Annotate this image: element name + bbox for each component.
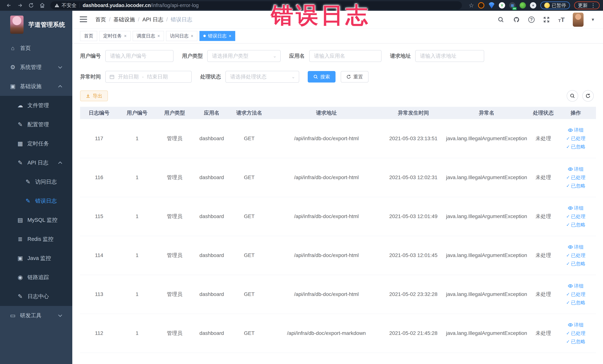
ext-puzzle-icon[interactable]: ★	[530, 2, 536, 9]
sidebar-item-home[interactable]: ⌂首页	[0, 39, 72, 58]
detail-link[interactable]: 详细	[568, 205, 583, 211]
method-cell: GET	[230, 275, 268, 314]
mark-processed-link[interactable]: ✓已处理	[566, 291, 585, 298]
browser-reload-icon[interactable]	[27, 1, 35, 10]
breadcrumb-infra[interactable]: 基础设施	[114, 16, 135, 23]
breadcrumb-api-log[interactable]: API 日志	[142, 16, 163, 23]
breadcrumb-home[interactable]: 首页	[95, 16, 106, 23]
exception-time-label: 异常时间	[80, 73, 101, 80]
user-avatar[interactable]	[573, 13, 583, 27]
detail-link[interactable]: 详细	[568, 127, 583, 133]
export-button[interactable]: 导出	[80, 91, 108, 101]
sidebar-item-java[interactable]: ▣Java 监控	[0, 249, 72, 268]
fullscreen-icon[interactable]	[543, 16, 550, 23]
profile-paused-pill[interactable]: 已暂停	[540, 1, 570, 9]
mark-ignored-link[interactable]: ✓已忽略	[566, 183, 585, 189]
sidebar-item-file[interactable]: ☁文件管理	[0, 96, 72, 115]
browser-home-icon[interactable]	[38, 1, 46, 10]
address-bar[interactable]: 不安全 dashboard.yudao.iocoder.cn/infra/log…	[50, 1, 462, 10]
tab-访问日志[interactable]: 访问日志×	[166, 31, 197, 41]
check-icon: ✓	[566, 175, 570, 180]
ext-orange-icon[interactable]	[478, 2, 484, 9]
sidebar-item-job[interactable]: ▦定时任务	[0, 134, 72, 153]
sidebar-collapse-icon[interactable]	[80, 16, 87, 23]
browser-forward-icon[interactable]	[16, 1, 24, 10]
sidebar-item-redis[interactable]: ≣Redis 监控	[0, 230, 72, 249]
user-id-input[interactable]	[105, 50, 174, 62]
sidebar-item-trace[interactable]: ◉链路追踪	[0, 268, 72, 287]
error-log-table: 日志编号用户编号用户类型应用名请求方法名请求地址异常发生时间异常名处理状态操作 …	[80, 107, 596, 353]
app-name-label: 应用名	[289, 52, 305, 59]
ext-leaf-icon[interactable]	[520, 2, 526, 9]
mark-processed-link[interactable]: ✓已处理	[566, 213, 585, 220]
sidebar-item-api-log[interactable]: ✎API 日志	[0, 153, 72, 172]
detail-link[interactable]: 详细	[568, 322, 583, 328]
mark-ignored-link[interactable]: ✓已忽略	[566, 222, 585, 228]
ext-grid-icon[interactable]: ▦on	[509, 2, 515, 9]
user-type-select[interactable]: 请选择用户类型 ⌄	[207, 50, 281, 62]
font-size-icon[interactable]: TT	[558, 16, 565, 23]
sidebar-item-dev-tools[interactable]: ▭研发工具	[0, 306, 72, 325]
reset-button[interactable]: 重置	[341, 71, 369, 82]
tab-首页[interactable]: 首页	[80, 31, 97, 41]
refresh-table-button[interactable]	[582, 90, 594, 102]
detail-link[interactable]: 详细	[568, 166, 583, 172]
app-name-input[interactable]	[309, 50, 382, 62]
sidebar-item-config[interactable]: ✎配置管理	[0, 115, 72, 134]
sidebar-item-system[interactable]: ⚙系统管理	[0, 58, 72, 77]
request-url-cell: /api/infra/db-doc/export-html	[268, 158, 385, 197]
mark-ignored-link[interactable]: ✓已忽略	[566, 260, 585, 267]
sidebar-item-mysql[interactable]: ▤MySQL 监控	[0, 211, 72, 230]
tags-view-bar: 首页定时任务×调度日志×访问日志×错误日志×	[72, 29, 603, 43]
exception-time-range-picker[interactable]: 开始日期 - 结束日期	[105, 71, 192, 83]
sidebar-item-log-center[interactable]: ✎日志中心	[0, 287, 72, 306]
not-secure-label[interactable]: 不安全	[61, 2, 77, 9]
tab-错误日志[interactable]: 错误日志×	[199, 31, 235, 41]
chrome-update-pill[interactable]: 更新 ⋮	[574, 1, 600, 9]
dashboard-icon: ⌂	[9, 45, 17, 52]
ext-blue-shield-icon[interactable]	[488, 2, 495, 9]
tab-close-icon[interactable]: ×	[191, 33, 193, 39]
help-icon[interactable]: ?	[528, 16, 534, 23]
tab-close-icon[interactable]: ×	[157, 33, 160, 39]
user-menu-caret-icon[interactable]: ▾	[592, 17, 594, 23]
mark-processed-link[interactable]: ✓已处理	[566, 174, 585, 181]
sidebar-item-infra[interactable]: ▣基础设施	[0, 77, 72, 96]
eye-icon	[568, 323, 573, 327]
header-search-icon[interactable]	[497, 16, 505, 23]
bookmark-star-icon[interactable]: ☆	[469, 2, 474, 9]
sidebar-item-label: 配置管理	[27, 121, 49, 128]
check-icon: ✓	[566, 261, 570, 266]
detail-link[interactable]: 详细	[568, 283, 583, 289]
tab-调度日志[interactable]: 调度日志×	[133, 31, 164, 41]
mark-processed-link[interactable]: ✓已处理	[566, 330, 585, 337]
exception-name-cell: java.lang.IllegalArgumentException	[442, 197, 531, 236]
detail-link[interactable]: 详细	[568, 244, 583, 250]
github-icon[interactable]	[513, 16, 520, 23]
tab-close-icon[interactable]: ×	[124, 33, 127, 39]
browser-back-icon[interactable]	[5, 1, 13, 10]
tab-close-icon[interactable]: ×	[229, 33, 231, 39]
process-status-select[interactable]: 请选择处理状态 ⌄	[225, 71, 299, 83]
mark-ignored-link[interactable]: ✓已忽略	[566, 143, 585, 150]
mark-ignored-link[interactable]: ✓已忽略	[566, 338, 585, 345]
app-logo[interactable]: 芋道管理系统	[0, 11, 72, 39]
mark-processed-link[interactable]: ✓已处理	[566, 252, 585, 259]
refresh-icon	[585, 93, 591, 98]
mark-ignored-link[interactable]: ✓已忽略	[566, 299, 585, 306]
eye-icon	[568, 245, 573, 249]
search-button[interactable]: 搜索	[308, 71, 336, 82]
app-name-cell: dashboard	[193, 236, 230, 275]
operations-cell: 详细✓已处理✓已忽略	[556, 197, 596, 236]
sidebar-item-error-log[interactable]: ✎错误日志	[0, 191, 72, 211]
sidebar-item-label: 日志中心	[27, 293, 49, 300]
exception-name-cell: java.lang.IllegalArgumentException	[442, 236, 531, 275]
sidebar-item-access-log[interactable]: ✎访问日志	[0, 172, 72, 191]
browser-menu-kebab-icon[interactable]: ⋮	[591, 2, 596, 9]
tab-定时任务[interactable]: 定时任务×	[99, 31, 130, 41]
toggle-search-button[interactable]	[567, 90, 578, 102]
calendar-icon	[109, 74, 115, 79]
mark-processed-link[interactable]: ✓已处理	[566, 135, 585, 142]
ext-green-v-icon[interactable]: V	[499, 2, 505, 9]
request-url-input[interactable]	[415, 50, 484, 62]
